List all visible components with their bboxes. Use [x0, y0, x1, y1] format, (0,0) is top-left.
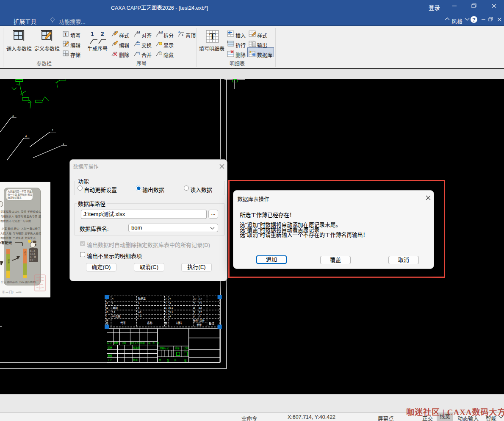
svg-text:数: 数 [165, 321, 167, 325]
svg-text:15: 15 [105, 311, 108, 313]
svg-text:1: 1 [105, 315, 107, 318]
svg-text:处数: 处数 [114, 341, 119, 345]
svg-text:12: 12 [199, 297, 202, 300]
svg-text:审核: 审核 [108, 354, 113, 357]
svg-text:重量: 重量 [197, 323, 202, 327]
svg-text:年、月、日: 年、月、日 [148, 342, 159, 345]
svg-text:张: 张 [184, 359, 187, 362]
svg-text:17: 17 [199, 311, 202, 313]
svg-text:1: 1 [165, 311, 167, 313]
svg-text:共: 共 [159, 358, 161, 362]
svg-text:1: 1 [194, 315, 195, 318]
svg-text:9: 9 [138, 302, 140, 305]
svg-text:5.1: 5.1 [169, 307, 173, 309]
svg-text:序: 序 [106, 319, 108, 322]
svg-text:1: 1 [63, 142, 64, 145]
svg-text:1: 1 [165, 315, 167, 318]
svg-text:更改文件号: 更改文件号 [130, 342, 141, 345]
svg-text:阶段标记: 阶段标记 [160, 346, 169, 350]
svg-text:15: 15 [199, 302, 202, 305]
svg-text:A: A [169, 302, 171, 305]
svg-text:重量: 重量 [175, 346, 180, 350]
svg-text:2: 2 [165, 297, 167, 300]
svg-text:第: 第 [174, 358, 177, 362]
svg-text:2: 2 [112, 302, 114, 305]
svg-text:4: 4 [25, 135, 27, 138]
svg-text:12: 12 [105, 302, 108, 305]
svg-text:标准化: 标准化 [133, 346, 140, 349]
svg-text:分区: 分区 [122, 341, 127, 345]
svg-text:5: 5 [199, 315, 201, 318]
svg-text:12: 12 [194, 297, 197, 300]
svg-text:12: 12 [199, 307, 202, 309]
svg-text:A: A [112, 297, 114, 300]
svg-text:设计: 设计 [108, 346, 113, 349]
svg-text:签名: 签名 [141, 341, 145, 345]
svg-text:批准: 批准 [133, 358, 138, 362]
svg-text:工艺: 工艺 [108, 359, 113, 361]
svg-text:5.1: 5.1 [169, 311, 173, 313]
svg-text:总计: 总计 [199, 319, 205, 322]
svg-text:1: 1 [182, 33, 183, 36]
svg-text:轴承盖: 轴承盖 [138, 297, 146, 300]
svg-text:-类轴: -类轴 [112, 306, 118, 310]
svg-text:4: 4 [169, 315, 171, 318]
svg-text:12: 12 [137, 31, 140, 34]
svg-text:3: 3 [12, 114, 14, 117]
svg-text:1,2: 1,2 [159, 31, 163, 34]
svg-text:?: ? [472, 17, 476, 23]
svg-text:代号: 代号 [120, 321, 126, 325]
svg-text:5.8: 5.8 [138, 315, 142, 318]
svg-text:2: 2 [194, 311, 195, 313]
svg-text:材料: 材料 [176, 321, 182, 325]
svg-text:A8: A8 [138, 311, 141, 313]
svg-text:T: T [64, 32, 67, 36]
svg-text:4: 4 [169, 297, 171, 300]
svg-text:12: 12 [105, 307, 108, 309]
svg-text:T: T [209, 31, 216, 42]
svg-text:1: 1 [52, 129, 54, 132]
svg-text:标记: 标记 [107, 341, 112, 345]
svg-text:名称: 名称 [147, 321, 153, 325]
svg-text:单件: 单件 [193, 319, 198, 322]
svg-text:张: 张 [167, 359, 169, 362]
svg-text:tźŗľ: tźŗľ [17, 83, 20, 86]
svg-text:2: 2 [137, 41, 138, 44]
svg-text:1: 1 [165, 302, 167, 305]
svg-text:5: 5 [194, 302, 195, 305]
svg-text:6: 6 [138, 307, 140, 309]
svg-text:备注: 备注 [209, 321, 215, 325]
svg-text:M8支架: M8支架 [112, 315, 120, 318]
svg-text:1: 1 [165, 307, 167, 309]
svg-text:5.1: 5.1 [112, 311, 116, 313]
svg-text:2: 2 [194, 307, 195, 309]
svg-text:比例: 比例 [184, 346, 189, 350]
